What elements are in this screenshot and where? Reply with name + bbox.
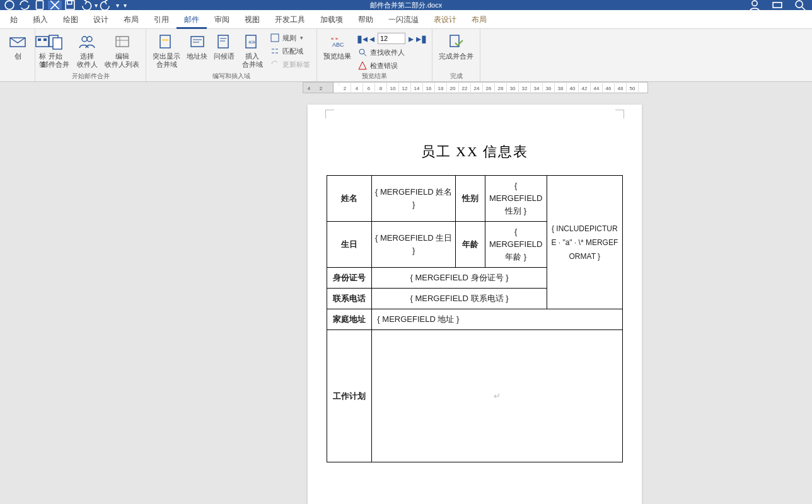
cell-age-field[interactable]: { MERGEFIELD 年龄 } (485, 222, 547, 268)
match-fields-button[interactable]: 匹配域 (267, 45, 313, 57)
highlight-fields-button[interactable]: 突出显示 合并域 (150, 30, 183, 70)
last-record-icon[interactable]: ▸▮ (417, 33, 426, 44)
ribbon-options-icon[interactable] (770, 1, 784, 9)
rules-button[interactable]: 规则▾ (267, 32, 313, 44)
preview-icon: « »ABC (327, 32, 347, 52)
document-area[interactable]: 员工 XX 信息表 姓名 { MERGEFIELD 姓名 } 性别 { MERG… (0, 93, 812, 504)
ruler-tick: 32 (519, 83, 531, 92)
page: 员工 XX 信息表 姓名 { MERGEFIELD 姓名 } 性别 { MERG… (308, 105, 642, 504)
cell-gender-label[interactable]: 性别 (455, 176, 485, 222)
ruler-tick: 42 (579, 83, 591, 92)
select-recipients-label: 选择 收件人 (77, 52, 98, 69)
address-icon (187, 32, 207, 52)
record-number-input[interactable] (378, 33, 405, 44)
highlight-label: 突出显示 合并域 (153, 52, 180, 69)
tab-flash[interactable]: 一闪流溢 (381, 10, 426, 29)
account-icon[interactable] (748, 1, 762, 9)
edit-recipients-label: 编辑 收件人列表 (105, 52, 139, 69)
prev-record-icon[interactable]: ◂ (368, 33, 376, 44)
cell-age-label[interactable]: 年龄 (455, 222, 485, 268)
find-icon (357, 47, 368, 57)
tab-references[interactable]: 引用 (146, 10, 177, 29)
cell-picture-field[interactable]: { INCLUDEPICTURE · "a" · \* MERGEFORMAT … (547, 176, 622, 309)
cell-phone-label[interactable]: 联系电话 (327, 289, 372, 309)
search-icon[interactable] (793, 1, 807, 9)
next-record-icon[interactable]: ▸ (407, 33, 415, 44)
document-heading[interactable]: 员工 XX 信息表 (308, 142, 642, 161)
greeting-button[interactable]: 问候语 (211, 30, 237, 62)
cell-address-label[interactable]: 家庭地址 (327, 309, 372, 330)
ruler-tick: 2 (315, 83, 327, 92)
tab-view[interactable]: 视图 (237, 10, 267, 29)
tab-design[interactable]: 设计 (86, 10, 116, 29)
tab-tabledesign[interactable]: 表设计 (426, 10, 464, 29)
svg-rect-17 (162, 39, 168, 41)
finish-merge-button[interactable]: 完成并合并 (436, 30, 476, 62)
svg-rect-16 (160, 35, 170, 48)
tab-developer[interactable]: 开发工具 (267, 10, 313, 29)
cell-name-field[interactable]: { MERGEFIELD 姓名 } (372, 176, 456, 222)
qat-save-icon[interactable] (63, 1, 77, 9)
tab-mailings[interactable]: 邮件 (177, 10, 207, 29)
info-table[interactable]: 姓名 { MERGEFIELD 姓名 } 性别 { MERGEFIELD 性别 … (327, 175, 623, 462)
cell-phone-field[interactable]: { MERGEFIELD 联系电话 } (372, 289, 547, 309)
cell-plan-field[interactable]: ↵ (372, 330, 623, 462)
cell-plan-label[interactable]: 工作计划 (327, 330, 372, 462)
svg-text:«  »: « » (331, 36, 339, 42)
tab-insert[interactable]: 插入 (25, 10, 55, 29)
qat-touch-icon[interactable] (33, 1, 47, 9)
rules-icon (270, 33, 280, 43)
cell-name-label[interactable]: 姓名 (327, 176, 372, 222)
cell-birthday-label[interactable]: 生日 (327, 222, 372, 268)
highlight-icon (156, 32, 177, 52)
ruler-tick: 6 (363, 83, 375, 92)
tab-help[interactable]: 帮助 (351, 10, 381, 29)
select-recipients-button[interactable]: 选择 收件人 (73, 30, 101, 70)
ruler-tick: 24 (471, 83, 483, 92)
horizontal-ruler[interactable]: 4224681012141618202224262830323436384042… (0, 82, 812, 93)
tab-addins[interactable]: 加载项 (313, 10, 351, 29)
rules-label: 规则 (282, 33, 296, 43)
tab-review[interactable]: 审阅 (207, 10, 237, 29)
first-record-icon[interactable]: ▮◂ (357, 33, 366, 44)
update-label: 更新标签 (282, 60, 310, 69)
tab-home[interactable]: 始 (3, 10, 25, 29)
redo-dropdown-icon[interactable]: ▾ (115, 1, 120, 9)
svg-rect-22 (271, 34, 279, 42)
insert-field-icon: «» (242, 32, 262, 52)
qat-customize-icon[interactable]: ▾ (121, 1, 129, 9)
envelopes-button[interactable]: 创 (4, 30, 32, 62)
check-errors-button[interactable]: 检查错误 (355, 59, 428, 72)
ruler-tick: 28 (495, 83, 507, 92)
qat-unknown-icon[interactable] (48, 1, 62, 9)
insert-field-button[interactable]: «» 插入 合并域 (238, 30, 266, 70)
qat-sync-icon[interactable] (18, 1, 32, 9)
find-recipient-button[interactable]: 查找收件人 (355, 46, 428, 59)
qat-redo-icon[interactable] (100, 1, 113, 9)
cell-address-field[interactable]: { MERGEFIELD 地址 } (372, 309, 623, 330)
match-label: 匹配域 (282, 47, 303, 56)
svg-rect-19 (218, 35, 228, 48)
edit-recipients-button[interactable]: 编辑 收件人列表 (102, 30, 142, 70)
greeting-icon (214, 32, 235, 52)
ruler-tick: 48 (615, 83, 627, 92)
ruler-tick: 50 (627, 83, 639, 92)
address-label: 地址块 (187, 52, 207, 60)
tab-layout[interactable]: 布局 (116, 10, 146, 29)
edit-recipients-icon (112, 32, 132, 52)
undo-dropdown-icon[interactable]: ▾ (93, 1, 98, 9)
ruler-tick: 2 (339, 83, 351, 92)
cell-id-label[interactable]: 身份证号 (327, 268, 372, 289)
start-merge-button[interactable]: 开始 邮件合并 (39, 30, 72, 70)
tab-tablelayout[interactable]: 布局 (464, 10, 494, 29)
cell-id-field[interactable]: { MERGEFIELD 身份证号 } (372, 268, 547, 289)
address-block-button[interactable]: 地址块 (184, 30, 210, 62)
qat-undo-icon[interactable] (78, 1, 92, 9)
tab-draw[interactable]: 绘图 (55, 10, 86, 29)
cell-gender-field[interactable]: { MERGEFIELD 性别 } (485, 176, 547, 222)
preview-results-button[interactable]: « »ABC 预览结果 (321, 30, 354, 62)
qat-autosave-icon[interactable] (3, 1, 16, 9)
cell-birthday-field[interactable]: { MERGEFIELD 生日 } (372, 222, 456, 268)
svg-point-13 (82, 37, 87, 42)
title-bar: ▾ ▾ ▾ 邮件合并第二部分.docx (0, 0, 812, 10)
